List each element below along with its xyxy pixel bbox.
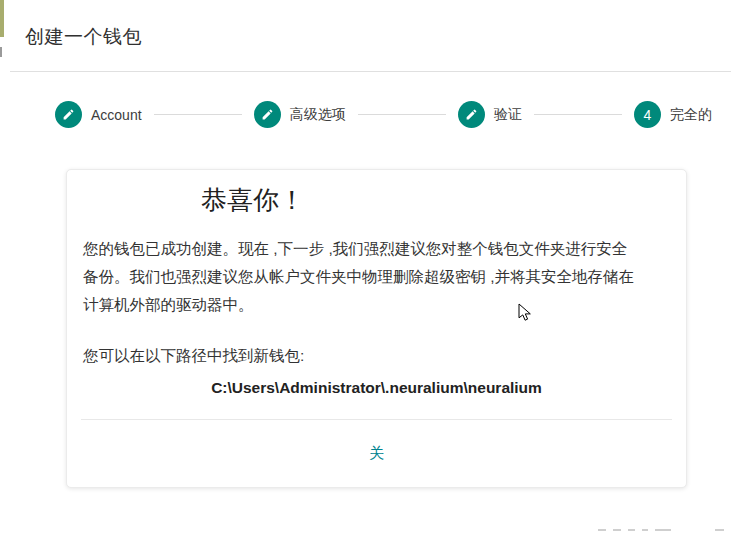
mouse-cursor bbox=[518, 303, 536, 322]
wallet-path: C:\Users\Administrator\.neuralium\neural… bbox=[83, 379, 670, 397]
wizard-stepper: Account 高级选项 验证 4 完全的 bbox=[0, 101, 737, 128]
wallet-created-text: 您的钱包已成功创建。现在 ,下一步 ,我们强烈建议您对整个钱包文件夹进行安全 备… bbox=[83, 235, 670, 319]
watermark-remnant bbox=[598, 528, 733, 531]
step-indicator bbox=[55, 101, 82, 128]
path-intro-text: 您可以在以下路径中找到新钱包: bbox=[83, 345, 670, 367]
card-footer: 关 bbox=[67, 420, 686, 487]
header-divider bbox=[10, 71, 731, 72]
step-complete[interactable]: 4 完全的 bbox=[634, 101, 712, 128]
step-number: 4 bbox=[644, 107, 652, 123]
screen-edge-tick bbox=[0, 47, 2, 57]
step-account[interactable]: Account bbox=[55, 101, 142, 128]
body-line: 您的钱包已成功创建。现在 ,下一步 ,我们强烈建议您对整个钱包文件夹进行安全 bbox=[83, 235, 670, 263]
body-line: 计算机外部的驱动器中。 bbox=[83, 291, 670, 319]
step-label-advanced-options: 高级选项 bbox=[290, 106, 346, 124]
card-body: 您的钱包已成功创建。现在 ,下一步 ,我们强烈建议您对整个钱包文件夹进行安全 备… bbox=[67, 235, 686, 397]
step-label-verify: 验证 bbox=[494, 106, 522, 124]
close-button[interactable]: 关 bbox=[369, 444, 384, 463]
edit-pencil-icon bbox=[62, 108, 75, 121]
page-header: 创建一个钱包 bbox=[0, 0, 737, 50]
step-advanced-options[interactable]: 高级选项 bbox=[254, 101, 346, 128]
stepper-connector bbox=[358, 114, 446, 115]
body-line: 备份。我们也强烈建议您从帐户文件夹中物理删除超级密钥 ,并将其安全地存储在 bbox=[83, 263, 670, 291]
congratulations-card: 恭喜你！ 您的钱包已成功创建。现在 ,下一步 ,我们强烈建议您对整个钱包文件夹进… bbox=[66, 169, 687, 488]
stepper-connector bbox=[154, 114, 242, 115]
page-title: 创建一个钱包 bbox=[25, 24, 737, 50]
step-verify[interactable]: 验证 bbox=[458, 101, 522, 128]
screen-edge-artifact bbox=[0, 0, 4, 37]
step-indicator bbox=[458, 101, 485, 128]
stepper-connector bbox=[534, 114, 622, 115]
card-heading: 恭喜你！ bbox=[83, 183, 423, 218]
step-label-account: Account bbox=[91, 107, 142, 123]
step-indicator: 4 bbox=[634, 101, 661, 128]
step-label-complete: 完全的 bbox=[670, 106, 712, 124]
step-indicator bbox=[254, 101, 281, 128]
edit-pencil-icon bbox=[465, 108, 478, 121]
edit-pencil-icon bbox=[261, 108, 274, 121]
